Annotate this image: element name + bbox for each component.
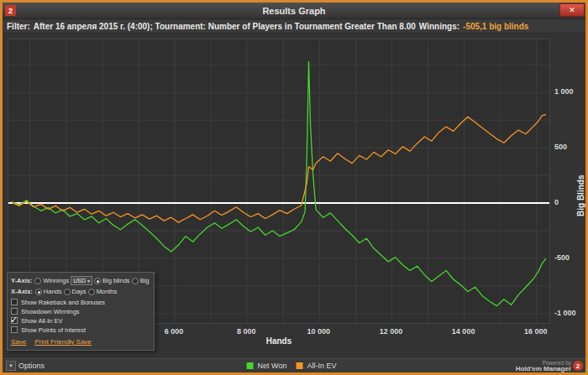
net-won-swatch-icon <box>247 362 254 369</box>
x-axis-label: X-Axis: <box>11 288 33 295</box>
collapse-arrow-icon: ▾ <box>6 361 16 371</box>
window-title: Results Graph <box>3 6 585 16</box>
points-of-interest-check-row: Show Points of Interest <box>11 326 150 334</box>
all-in-ev-check-row: Show All-In EV <box>11 316 150 325</box>
showdown-winnings-checkbox-label[interactable]: Showdown Winnings <box>21 308 80 315</box>
winnings-radio[interactable] <box>34 278 41 284</box>
big-blinds-radio[interactable] <box>94 278 101 284</box>
currency-dropdown[interactable]: USD ▾ <box>71 276 92 285</box>
points-of-interest-checkbox-label[interactable]: Show Points of Interest <box>21 326 86 334</box>
options-toggle-label: Options <box>18 362 45 370</box>
all-in-ev-swatch-icon <box>296 362 302 369</box>
winnings-label: Winnings: <box>419 22 459 31</box>
y-tick-label: 500 <box>554 143 567 151</box>
y-axis-title: Big Blinds <box>576 175 585 216</box>
showdown-winnings-checkbox[interactable] <box>11 308 18 315</box>
app-icon: 2 <box>5 5 16 16</box>
big-blinds-radio-label[interactable]: Big blinds <box>102 277 130 284</box>
show-all-in-ev-checkbox[interactable] <box>11 317 18 324</box>
hands-radio[interactable] <box>35 289 42 295</box>
chart-area: 6 0008 00010 00012 00014 00016 000 Hands… <box>3 34 585 358</box>
y-tick-label: -1 000 <box>554 309 576 317</box>
days-radio-label[interactable]: Days <box>72 288 87 295</box>
bottom-bar: ▾ Options Net Won All-In EV Powered by H… <box>3 358 585 372</box>
filter-label: Filter: <box>7 22 30 31</box>
chevron-down-icon: ▾ <box>87 278 90 284</box>
results-graph-window: 2 Results Graph ✕ Filter: After 16 апрел… <box>0 0 588 375</box>
rakeback-check-row: Show Rakeback and Bonuses <box>11 298 150 306</box>
rakeback-checkbox-label[interactable]: Show Rakeback and Bonuses <box>21 299 105 306</box>
options-toggle[interactable]: ▾ Options <box>6 361 45 371</box>
graph-options-panel: Y-Axis: Winnings USD ▾ Big blinds Big be… <box>7 272 155 351</box>
show-all-in-ev-checkbox-label[interactable]: Show All-In EV <box>21 317 63 325</box>
big-bets-radio[interactable] <box>132 278 139 284</box>
y-axis-option-row: Y-Axis: Winnings USD ▾ Big blinds Big be… <box>11 275 150 286</box>
chart-legend: Net Won All-In EV <box>247 362 342 370</box>
months-radio-label[interactable]: Months <box>97 288 118 295</box>
close-button[interactable]: ✕ <box>559 3 585 17</box>
big-bets-radio-label[interactable]: Big bets <box>140 277 150 284</box>
x-tick-label: 16 000 <box>524 327 548 336</box>
winnings-value: -505,1 big blinds <box>463 22 528 31</box>
days-radio[interactable] <box>64 289 71 295</box>
x-axis-option-row: X-Axis: Hands Days Months <box>11 286 150 297</box>
currency-value: USD <box>73 278 86 284</box>
winnings-radio-label[interactable]: Winnings <box>43 277 69 284</box>
save-link[interactable]: Save <box>11 338 26 346</box>
net-won-legend-label: Net Won <box>258 362 287 370</box>
title-bar[interactable]: 2 Results Graph ✕ <box>3 3 585 19</box>
y-tick-label: 1 000 <box>554 87 574 96</box>
rakeback-checkbox[interactable] <box>11 299 18 305</box>
months-radio[interactable] <box>88 289 95 295</box>
x-tick-label: 6 000 <box>165 327 184 336</box>
filter-bar: Filter: After 16 апреля 2015 г. (4:00); … <box>3 19 585 34</box>
x-tick-label: 12 000 <box>380 327 403 336</box>
print-friendly-save-link[interactable]: Print Friendly Save <box>34 338 92 346</box>
showdown-check-row: Showdown Winnings <box>11 307 150 315</box>
y-tick-label: 0 <box>554 198 559 206</box>
y-axis-label: Y-Axis: <box>11 277 32 284</box>
links-row: Save Print Friendly Save <box>11 337 150 346</box>
filter-text: After 16 апреля 2015 г. (4:00); Tourname… <box>34 22 416 31</box>
x-tick-label: 10 000 <box>307 327 331 336</box>
x-tick-label: 8 000 <box>237 327 256 336</box>
points-of-interest-checkbox[interactable] <box>11 326 18 333</box>
y-tick-label: -500 <box>554 253 570 262</box>
hands-radio-label[interactable]: Hands <box>44 288 62 295</box>
brand-text: Hold'em Manager <box>516 366 571 372</box>
powered-by: Powered by Hold'em Manager <box>516 360 571 372</box>
all-in-ev-legend-label: All-In EV <box>307 362 336 370</box>
x-tick-label: 14 000 <box>452 327 475 336</box>
hm2-badge-icon: 2 <box>573 361 583 371</box>
